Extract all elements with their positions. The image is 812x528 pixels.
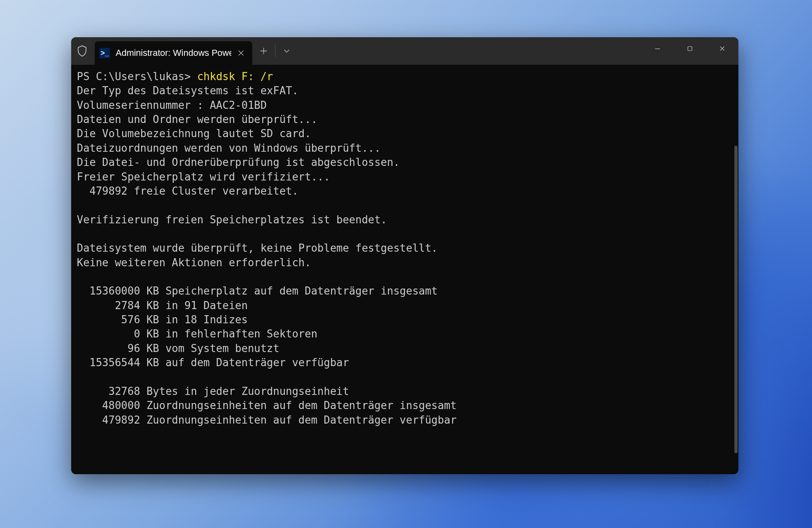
output-lines: Der Typ des Dateisystems ist exFAT. Volu… — [77, 85, 457, 426]
terminal-content[interactable]: PS C:\Users\lukas> chkdsk F: /r Der Typ … — [71, 65, 738, 474]
admin-shield-area — [71, 37, 93, 65]
active-tab[interactable]: >_ Administrator: Windows Powe — [95, 41, 252, 65]
plus-icon — [260, 47, 267, 55]
close-icon — [719, 45, 725, 52]
titlebar[interactable]: >_ Administrator: Windows Powe — [71, 37, 738, 65]
shield-icon — [77, 45, 87, 57]
tab-title: Administrator: Windows Powe — [116, 48, 231, 58]
svg-rect-0 — [655, 49, 660, 49]
chevron-down-icon — [283, 49, 290, 53]
minimize-button[interactable] — [641, 37, 674, 60]
svg-rect-1 — [688, 47, 692, 51]
window-controls — [641, 37, 738, 60]
terminal-output: PS C:\Users\lukas> chkdsk F: /r Der Typ … — [77, 70, 735, 427]
powershell-icon: >_ — [99, 48, 110, 58]
new-tab-button[interactable] — [252, 41, 275, 61]
prompt: PS C:\Users\lukas> — [77, 70, 197, 83]
command: chkdsk F: /r — [197, 70, 273, 83]
maximize-button[interactable] — [674, 37, 706, 60]
close-icon — [238, 50, 244, 56]
scrollbar[interactable] — [734, 146, 738, 453]
close-window-button[interactable] — [706, 37, 738, 60]
tab-actions — [252, 37, 298, 65]
minimize-icon — [654, 45, 661, 52]
close-tab-button[interactable] — [235, 47, 247, 59]
tab-dropdown-button[interactable] — [275, 41, 298, 61]
maximize-icon — [687, 45, 693, 52]
terminal-window: >_ Administrator: Windows Powe — [71, 37, 738, 474]
